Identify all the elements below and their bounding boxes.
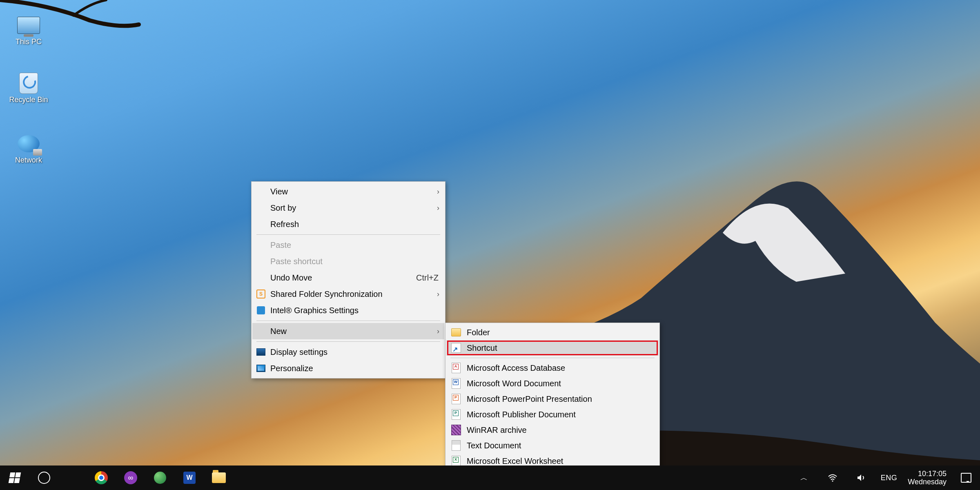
menu-item-paste-shortcut: Paste shortcut <box>252 253 444 270</box>
publisher-icon: P <box>451 410 461 419</box>
desktop[interactable]: This PC Recycle Bin Network View › Sort … <box>0 0 980 490</box>
submenu-item-label: Microsoft PowerPoint Presentation <box>467 394 592 404</box>
personalize-icon <box>256 364 265 373</box>
cortana-button[interactable] <box>35 469 53 487</box>
submenu-item-label: Microsoft Access Database <box>467 363 565 373</box>
menu-separator <box>256 321 440 321</box>
wifi-icon <box>828 473 837 483</box>
submenu-item-publisher[interactable]: P Microsoft Publisher Document <box>446 407 659 422</box>
taskbar-app-word[interactable]: W <box>180 469 198 487</box>
network-icon <box>17 134 40 154</box>
file-explorer-icon <box>212 472 226 483</box>
access-icon: A <box>451 363 461 373</box>
tray-time-text: 10:17:05 <box>918 470 947 478</box>
text-doc-icon <box>451 441 461 450</box>
powerpoint-icon: P <box>451 394 461 404</box>
chevron-right-icon: › <box>437 327 439 336</box>
svg-point-0 <box>832 480 833 481</box>
menu-item-view[interactable]: View › <box>252 183 444 200</box>
desktop-icon-network[interactable]: Network <box>4 134 53 165</box>
desktop-icon-label: Recycle Bin <box>9 96 48 104</box>
tray-action-center[interactable] <box>957 469 975 487</box>
menu-item-shared-folder-sync[interactable]: S Shared Folder Synchronization › <box>252 286 444 302</box>
desktop-icon-label: This PC <box>16 38 42 46</box>
menu-item-paste: Paste <box>252 237 444 253</box>
menu-item-label: Refresh <box>270 220 299 229</box>
tray-volume[interactable] <box>852 469 870 487</box>
chevron-right-icon: › <box>437 187 439 196</box>
menu-item-display-settings[interactable]: Display settings <box>252 344 444 360</box>
tray-clock[interactable]: 10:17:05 Wednesday <box>908 470 947 486</box>
taskbar-app-purple[interactable] <box>122 469 140 487</box>
desktop-icon-recycle-bin[interactable]: Recycle Bin <box>4 74 53 104</box>
start-button[interactable] <box>6 469 24 487</box>
submenu-item-winrar[interactable]: WinRAR archive <box>446 422 659 438</box>
menu-item-label: Personalize <box>270 364 313 373</box>
intel-icon <box>256 306 265 315</box>
submenu-item-powerpoint[interactable]: P Microsoft PowerPoint Presentation <box>446 391 659 407</box>
word-app-icon: W <box>183 472 196 484</box>
menu-item-label: New <box>270 327 287 336</box>
menu-item-label: Display settings <box>270 347 327 357</box>
tray-language[interactable]: ENG <box>881 474 898 482</box>
menu-item-label: Shared Folder Synchronization <box>270 290 383 299</box>
menu-item-label: Sort by <box>270 203 296 213</box>
menu-item-label: Paste shortcut <box>270 257 323 266</box>
desktop-icon-this-pc[interactable]: This PC <box>4 16 53 46</box>
pc-icon <box>17 16 40 35</box>
desktop-context-menu: View › Sort by › Refresh Paste Paste sho… <box>251 181 445 379</box>
submenu-item-word-document[interactable]: W Microsoft Word Document <box>446 376 659 391</box>
taskbar-left: W <box>0 469 228 487</box>
taskbar: W ︿ <box>0 466 980 490</box>
chevron-right-icon: › <box>437 290 439 298</box>
shared-sync-icon: S <box>256 290 265 298</box>
menu-item-label: Undo Move <box>270 273 312 283</box>
menu-item-label: View <box>270 187 288 196</box>
submenu-item-label: Microsoft Word Document <box>467 379 561 388</box>
submenu-item-access-database[interactable]: A Microsoft Access Database <box>446 360 659 376</box>
submenu-item-label: Microsoft Excel Worksheet <box>467 457 563 466</box>
shortcut-icon <box>451 343 461 353</box>
menu-item-sort-by[interactable]: Sort by › <box>252 200 444 216</box>
submenu-item-shortcut[interactable]: Shortcut <box>446 340 659 356</box>
submenu-item-label: Folder <box>467 328 490 337</box>
taskbar-app-browser[interactable] <box>151 469 169 487</box>
volume-icon <box>856 473 866 483</box>
menu-separator <box>450 358 655 358</box>
submenu-item-label: Microsoft Publisher Document <box>467 410 576 419</box>
recycle-bin-icon <box>17 74 40 93</box>
menu-item-shortcut: Ctrl+Z <box>416 273 439 283</box>
submenu-item-folder[interactable]: Folder <box>446 325 659 340</box>
menu-item-new[interactable]: New › <box>252 323 444 339</box>
menu-item-undo-move[interactable]: Undo Move Ctrl+Z <box>252 270 444 286</box>
taskbar-right: ︿ ENG 10:17:05 Wednesday <box>795 469 980 487</box>
desktop-icon-label: Network <box>15 156 42 165</box>
submenu-item-label: Shortcut <box>467 343 497 353</box>
globe-icon <box>154 472 166 484</box>
chrome-icon <box>95 471 108 484</box>
tray-day-text: Wednesday <box>908 478 947 486</box>
tray-wifi[interactable] <box>824 469 842 487</box>
taskbar-app-explorer[interactable] <box>210 469 228 487</box>
menu-item-personalize[interactable]: Personalize <box>252 360 444 376</box>
winrar-icon <box>451 425 461 435</box>
cortana-icon <box>38 472 50 484</box>
excel-icon: X <box>451 456 461 466</box>
submenu-item-text-document[interactable]: Text Document <box>446 438 659 453</box>
menu-separator <box>256 341 440 342</box>
notification-icon <box>961 473 971 483</box>
menu-item-refresh[interactable]: Refresh <box>252 216 444 232</box>
display-icon <box>256 347 265 356</box>
taskbar-app-chrome[interactable] <box>92 469 110 487</box>
menu-item-label: Paste <box>270 241 291 250</box>
menu-item-intel-graphics[interactable]: Intel® Graphics Settings <box>252 302 444 318</box>
chevron-up-icon: ︿ <box>800 473 808 483</box>
menu-separator <box>256 234 440 235</box>
folder-icon <box>451 327 461 337</box>
windows-logo-icon <box>9 472 21 483</box>
submenu-new: Folder Shortcut A Microsoft Access Datab… <box>445 323 660 486</box>
chevron-right-icon: › <box>437 204 439 212</box>
purple-app-icon <box>124 471 137 484</box>
tray-overflow-button[interactable]: ︿ <box>795 469 813 487</box>
menu-item-label: Intel® Graphics Settings <box>270 306 359 315</box>
